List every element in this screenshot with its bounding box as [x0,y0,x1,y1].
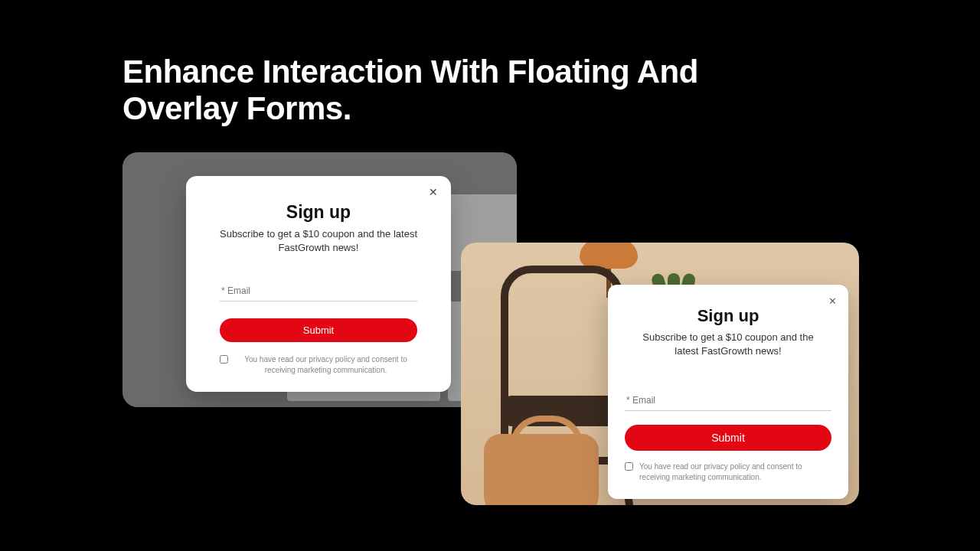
email-field-wrap [625,390,831,411]
modal-subtitle: Subscribe to get a $10 coupon and the la… [626,331,830,358]
signup-modal-floating: ✕ Sign up Subscribe to get a $10 coupon … [608,285,848,499]
floating-card: ✕ Sign up Subscribe to get a $10 coupon … [461,243,859,505]
consent-text: You have read our privacy policy and con… [234,354,417,375]
modal-subtitle: Subscribe to get a $10 coupon and the la… [206,227,431,255]
submit-button[interactable]: Submit [625,425,831,451]
consent-row[interactable]: You have read our privacy policy and con… [625,461,831,482]
close-icon[interactable]: ✕ [825,294,839,308]
page-title: Enhance Interaction With Floating And Ov… [122,54,812,128]
modal-title: Sign up [697,306,760,326]
consent-row[interactable]: You have read our privacy policy and con… [220,354,417,375]
lamp-icon [580,243,638,269]
bag-icon [484,434,599,505]
consent-checkbox[interactable] [625,462,633,471]
overlay-card: Sale ✕ Sign up Subscribe to get a $10 co… [122,152,517,407]
signup-modal-overlay: ✕ Sign up Subscribe to get a $10 coupon … [186,176,451,392]
close-icon[interactable]: ✕ [426,185,440,199]
stage: Enhance Interaction With Floating And Ov… [0,0,980,551]
email-field-wrap [220,281,417,302]
consent-text: You have read our privacy policy and con… [639,461,831,482]
email-field[interactable] [220,281,417,302]
submit-button[interactable]: Submit [220,318,417,342]
modal-title: Sign up [286,202,351,223]
consent-checkbox[interactable] [220,355,228,364]
email-field[interactable] [625,390,831,411]
